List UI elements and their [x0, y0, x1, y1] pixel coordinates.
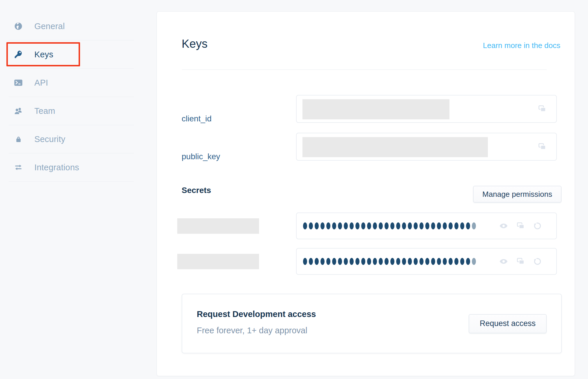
rotate-icon[interactable]	[533, 257, 542, 266]
client-id-field	[296, 95, 557, 123]
copy-icon[interactable]	[516, 257, 525, 266]
secret-value-field	[296, 248, 557, 275]
redacted-secret-label	[177, 218, 259, 234]
sidebar-item-label: Keys	[34, 50, 53, 59]
request-access-card: Request Development access Free forever,…	[182, 294, 562, 353]
eye-icon[interactable]	[499, 222, 508, 230]
sidebar-item-team[interactable]: Team	[9, 97, 134, 125]
rotate-icon[interactable]	[533, 222, 542, 230]
request-access-title: Request Development access	[197, 309, 316, 319]
docs-link[interactable]: Learn more in the docs	[483, 41, 560, 50]
terminal-icon	[14, 78, 23, 87]
request-access-subtitle: Free forever, 1+ day approval	[197, 326, 307, 335]
key-icon	[14, 50, 23, 59]
page-title: Keys	[182, 37, 208, 50]
request-access-button[interactable]: Request access	[469, 314, 547, 333]
swap-arrows-icon	[14, 163, 23, 172]
sidebar-item-keys[interactable]: Keys	[9, 40, 134, 69]
redacted-value-block	[302, 99, 449, 119]
keys-panel: Keys Learn more in the docs client_id pu…	[157, 11, 575, 376]
masked-secret-dots	[303, 258, 478, 265]
sidebar-item-label: General	[34, 22, 65, 31]
settings-page: General Keys API	[0, 0, 588, 379]
field-label-client-id: client_id	[182, 114, 212, 123]
sidebar-item-general[interactable]: General	[9, 12, 134, 40]
secret-actions	[499, 249, 542, 274]
redacted-value-block	[302, 137, 488, 157]
secret-actions	[499, 213, 542, 239]
sidebar-item-label: Team	[34, 106, 55, 116]
sidebar-item-api[interactable]: API	[9, 69, 134, 97]
copy-icon[interactable]	[538, 142, 546, 151]
masked-secret-dots	[303, 222, 478, 229]
title-divider	[182, 69, 547, 70]
public-key-field	[296, 133, 557, 161]
settings-sidebar: General Keys API	[0, 0, 157, 182]
field-label-public-key: public_key	[182, 152, 220, 161]
eye-icon[interactable]	[499, 257, 508, 266]
sidebar-item-label: API	[34, 78, 48, 88]
sidebar-item-label: Security	[34, 134, 65, 144]
sidebar-item-label: Integrations	[34, 163, 79, 172]
secrets-heading: Secrets	[182, 186, 211, 195]
secret-value-field	[296, 212, 557, 239]
redacted-secret-label	[177, 254, 259, 269]
sidebar-item-integrations[interactable]: Integrations	[9, 153, 134, 182]
globe-icon	[14, 22, 23, 31]
lock-icon	[14, 135, 23, 144]
sidebar-item-security[interactable]: Security	[9, 125, 134, 153]
copy-icon[interactable]	[538, 105, 546, 113]
team-icon	[14, 107, 23, 115]
manage-permissions-button[interactable]: Manage permissions	[473, 186, 562, 203]
copy-icon[interactable]	[516, 222, 525, 230]
